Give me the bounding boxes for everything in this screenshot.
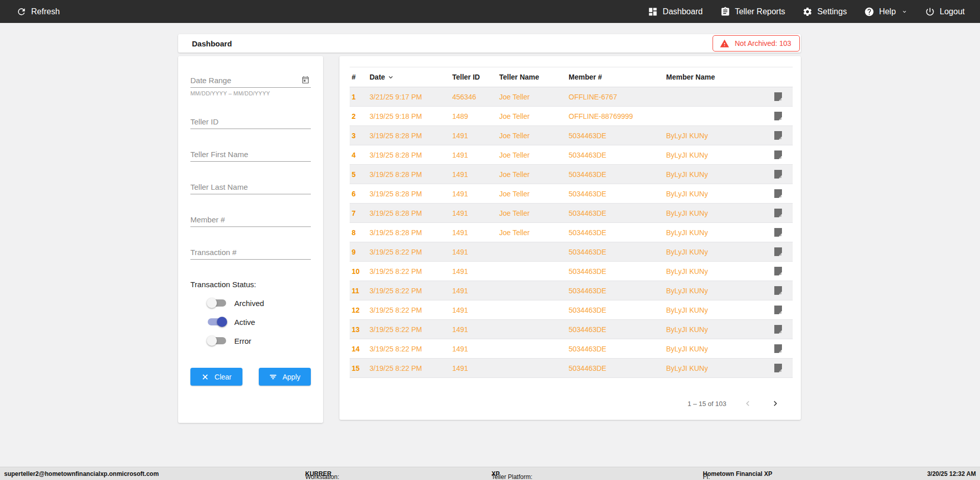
table-row[interactable]: 153/19/25 8:22 PM14915034463DEByLyJI KUN… xyxy=(350,359,793,378)
cell-num: 4 xyxy=(350,145,368,165)
note-icon[interactable] xyxy=(774,228,782,237)
nav-logout[interactable]: Logout xyxy=(925,7,965,17)
settings-gear-icon xyxy=(802,7,813,17)
app-window: Refresh Dashboard Teller Reports Setting… xyxy=(0,0,980,480)
workstation-status: Workstation: KURRER xyxy=(305,470,331,477)
date-range-input[interactable] xyxy=(190,73,311,88)
toggle-error[interactable]: Error xyxy=(207,336,311,345)
cell-actions xyxy=(762,107,793,126)
cell-mnum: 5034463DE xyxy=(567,281,664,300)
col-member-number[interactable]: Member # xyxy=(567,67,664,87)
cell-tid: 1489 xyxy=(450,107,497,126)
help-icon xyxy=(864,7,874,17)
toggle-active[interactable]: Active xyxy=(207,317,311,326)
cell-date: 3/19/25 8:22 PM xyxy=(368,359,450,378)
status-bar: superteller2@hometownfinancialxp.onmicro… xyxy=(0,467,980,480)
table-row[interactable]: 93/19/25 8:22 PM14915034463DEByLyJI KUNy xyxy=(350,242,793,262)
cell-tname xyxy=(497,281,567,300)
table-row[interactable]: 103/19/25 8:22 PM14915034463DEByLyJI KUN… xyxy=(350,262,793,281)
error-label: Error xyxy=(234,337,251,345)
note-icon[interactable] xyxy=(774,189,782,198)
refresh-button[interactable]: Refresh xyxy=(16,7,60,17)
table-row[interactable]: 73/19/25 8:28 PM1491Joe Teller5034463DEB… xyxy=(350,204,793,223)
table-row[interactable]: 13/21/25 9:17 PM456346Joe TellerOFFLINE-… xyxy=(350,87,793,107)
teller-last-name-input[interactable] xyxy=(190,180,311,194)
cell-date: 3/19/25 8:28 PM xyxy=(368,145,450,165)
table-row[interactable]: 43/19/25 8:28 PM1491Joe Teller5034463DEB… xyxy=(350,145,793,165)
cell-actions xyxy=(762,204,793,223)
error-switch[interactable] xyxy=(207,336,227,345)
logged-in-user: superteller2@hometownfinancialxp.onmicro… xyxy=(4,470,159,477)
note-icon[interactable] xyxy=(774,92,782,101)
note-icon[interactable] xyxy=(774,364,782,372)
previous-page-button[interactable] xyxy=(742,397,754,410)
note-icon[interactable] xyxy=(774,306,782,314)
table-body: 13/21/25 9:17 PM456346Joe TellerOFFLINE-… xyxy=(350,87,793,378)
not-archived-badge[interactable]: Not Archived: 103 xyxy=(713,35,800,52)
table-row[interactable]: 143/19/25 8:22 PM14915034463DEByLyJI KUN… xyxy=(350,339,793,359)
member-number-input[interactable] xyxy=(190,213,311,227)
cell-mname: ByLyJI KUNy xyxy=(664,223,762,242)
active-switch[interactable] xyxy=(207,317,227,326)
cell-num: 15 xyxy=(350,359,368,378)
col-member-name[interactable]: Member Name xyxy=(664,67,762,87)
archived-switch[interactable] xyxy=(207,298,227,308)
col-date[interactable]: Date xyxy=(368,67,450,87)
note-icon[interactable] xyxy=(774,267,782,275)
note-icon[interactable] xyxy=(774,170,782,179)
cell-mname: ByLyJI KUNy xyxy=(664,300,762,320)
transaction-number-input[interactable] xyxy=(190,245,311,260)
teller-first-name-input[interactable] xyxy=(190,147,311,162)
cell-actions xyxy=(762,281,793,300)
table-row[interactable]: 83/19/25 8:28 PM1491Joe Teller5034463DEB… xyxy=(350,223,793,242)
table-row[interactable]: 113/19/25 8:22 PM14915034463DEByLyJI KUN… xyxy=(350,281,793,300)
cell-num: 10 xyxy=(350,262,368,281)
cell-mnum: 5034463DE xyxy=(567,320,664,339)
member-number-field xyxy=(190,213,311,227)
cell-mname: ByLyJI KUNy xyxy=(664,262,762,281)
cell-mnum: 5034463DE xyxy=(567,165,664,184)
col-teller-name[interactable]: Teller Name xyxy=(497,67,567,87)
nav-dashboard[interactable]: Dashboard xyxy=(648,7,702,17)
nav-settings-label: Settings xyxy=(817,7,847,16)
cell-tname xyxy=(497,339,567,359)
apply-button[interactable]: Apply xyxy=(259,368,311,386)
close-icon xyxy=(201,373,209,381)
teller-id-input[interactable] xyxy=(190,115,311,129)
calendar-icon[interactable] xyxy=(301,75,310,84)
nav-help[interactable]: Help xyxy=(864,7,908,17)
transaction-number-field xyxy=(190,245,311,260)
clear-button[interactable]: Clear xyxy=(190,368,242,386)
note-icon[interactable] xyxy=(774,286,782,295)
cell-tid: 1491 xyxy=(450,281,497,300)
cell-tid: 1491 xyxy=(450,145,497,165)
table-row[interactable]: 133/19/25 8:22 PM14915034463DEByLyJI KUN… xyxy=(350,320,793,339)
cell-tid: 1491 xyxy=(450,165,497,184)
toggle-archived[interactable]: Archived xyxy=(207,298,311,308)
cell-num: 2 xyxy=(350,107,368,126)
table-row[interactable]: 53/19/25 8:28 PM1491Joe Teller5034463DEB… xyxy=(350,165,793,184)
cell-actions xyxy=(762,145,793,165)
warning-icon xyxy=(720,39,729,48)
next-page-button[interactable] xyxy=(769,397,781,410)
table-row[interactable]: 63/19/25 8:28 PM1491Joe Teller5034463DEB… xyxy=(350,184,793,204)
note-icon[interactable] xyxy=(774,325,782,334)
nav-teller-reports[interactable]: Teller Reports xyxy=(720,7,786,17)
note-icon[interactable] xyxy=(774,344,782,353)
apply-label: Apply xyxy=(282,373,300,381)
note-icon[interactable] xyxy=(774,209,782,217)
cell-num: 3 xyxy=(350,126,368,145)
col-teller-id[interactable]: Teller ID xyxy=(450,67,497,87)
transactions-table: # Date Teller ID Teller Name Member # Me… xyxy=(350,67,793,378)
table-row[interactable]: 123/19/25 8:22 PM14915034463DEByLyJI KUN… xyxy=(350,300,793,320)
note-icon[interactable] xyxy=(774,131,782,140)
cell-date: 3/19/25 8:28 PM xyxy=(368,223,450,242)
active-label: Active xyxy=(234,318,255,326)
table-row[interactable]: 33/19/25 8:28 PM1491Joe Teller5034463DEB… xyxy=(350,126,793,145)
cell-mname xyxy=(664,107,762,126)
note-icon[interactable] xyxy=(774,112,782,120)
nav-settings[interactable]: Settings xyxy=(802,7,847,17)
note-icon[interactable] xyxy=(774,247,782,256)
table-row[interactable]: 23/19/25 9:18 PM1489Joe TellerOFFLINE-88… xyxy=(350,107,793,126)
note-icon[interactable] xyxy=(774,150,782,159)
